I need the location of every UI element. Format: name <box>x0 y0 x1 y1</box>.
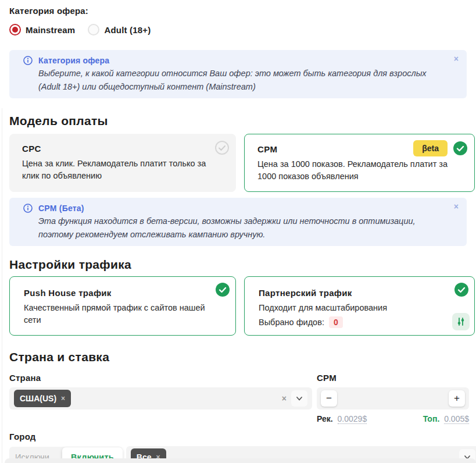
selected-feeds-count-badge: 0 <box>329 316 343 328</box>
push-house-card-title: Push House трафик <box>24 288 221 298</box>
close-icon[interactable]: × <box>454 55 459 63</box>
traffic-settings-heading: Настройки трафика <box>9 258 476 272</box>
info-box-title: Категория офера <box>38 56 109 65</box>
cpc-card-description: Цена за клик. Рекламодатель платит тольк… <box>22 158 223 182</box>
country-dropdown-button[interactable] <box>291 390 307 407</box>
info-box-text: Эта функция находится в бета-версии, воз… <box>23 215 443 241</box>
increase-rate-button[interactable]: + <box>449 390 465 407</box>
panel-left-border <box>2 108 2 463</box>
radio-adult-label[interactable]: Adult (18+) <box>104 25 151 35</box>
check-circle-outline-icon <box>215 141 229 155</box>
clear-icon[interactable]: × <box>282 394 287 403</box>
check-circle-filled-icon <box>454 283 468 297</box>
country-select-controls: × <box>282 390 307 407</box>
recommended-rate-value[interactable]: 0.0029$ <box>338 414 367 424</box>
recommended-rate-label: Рек. <box>317 414 333 423</box>
check-circle-filled-icon <box>216 283 230 297</box>
next-section-edge <box>5 458 476 463</box>
payment-model-heading: Модель оплаты <box>9 114 476 128</box>
radio-mainstream-label[interactable]: Mainstream <box>26 25 75 35</box>
close-icon[interactable]: × <box>454 202 459 211</box>
radio-mainstream[interactable]: Mainstream <box>9 24 75 35</box>
offer-category-info-box: Категория офера Выберите, к какой катего… <box>9 50 467 98</box>
feeds-filter-button[interactable] <box>452 313 470 330</box>
chevron-down-icon <box>295 394 303 403</box>
city-label: Город <box>9 432 476 441</box>
cpm-card[interactable]: CPM Цена за 1000 показов. Рекламодатель … <box>244 134 475 192</box>
push-house-card-description: Качественный прямой трафик с сайтов наше… <box>24 302 221 326</box>
selected-feeds-line: Выбрано фидов: 0 <box>259 316 460 328</box>
top-rate-label: Топ. <box>423 414 440 423</box>
partner-traffic-card[interactable]: Партнерский трафик Подходит для масштаби… <box>244 276 475 336</box>
info-icon <box>23 204 33 213</box>
info-box-text: Выберите, к какой категории относится Ва… <box>23 67 443 94</box>
payment-model-cards: CPC Цена за клик. Рекламодатель платит т… <box>9 134 476 192</box>
info-box-header: Категория офера <box>23 56 443 65</box>
country-tag: США(US) × <box>14 390 71 407</box>
radio-unselected-icon[interactable] <box>88 24 99 35</box>
info-icon <box>23 56 33 65</box>
partner-card-description: Подходит для масштабирования <box>259 302 460 314</box>
country-tag-label: США(US) <box>20 394 56 403</box>
campaign-settings-page: Категория офера: Mainstream Adult (18+) … <box>0 0 476 463</box>
remove-tag-icon[interactable]: × <box>61 394 65 403</box>
cpm-card-description: Цена за 1000 показов. Рекламодатель плат… <box>257 158 461 183</box>
traffic-settings-cards: Push House трафик Качественный прямой тр… <box>9 276 476 336</box>
recommended-rate: Рек. 0.0029$ <box>317 414 367 423</box>
info-box-header: CPM (Бета) <box>23 204 443 213</box>
radio-adult[interactable]: Adult (18+) <box>88 24 151 35</box>
cpc-card[interactable]: CPC Цена за клик. Рекламодатель платит т… <box>9 134 236 192</box>
info-box-title: CPM (Бета) <box>38 204 84 213</box>
check-circle-filled-icon <box>453 141 467 155</box>
top-rate: Топ. 0.005$ <box>423 414 469 423</box>
top-rate-value[interactable]: 0.005$ <box>444 414 469 424</box>
offer-category-label: Категория офера: <box>9 6 476 16</box>
beta-badge: βeta <box>413 140 448 156</box>
cpm-beta-info-box: CPM (Бета) Эта функция находится в бета-… <box>9 198 467 246</box>
country-select[interactable]: США(US) × × <box>9 387 312 409</box>
country-rate-row: Страна США(US) × × CPM − <box>9 373 476 423</box>
radio-selected-icon[interactable] <box>9 24 21 35</box>
country-rate-heading: Страна и ставка <box>9 350 476 364</box>
country-label: Страна <box>9 373 312 383</box>
cpm-rate-label: CPM <box>317 373 469 383</box>
sliders-icon <box>456 317 466 326</box>
rate-hints-row: Рек. 0.0029$ Топ. 0.005$ <box>317 414 469 423</box>
cpc-card-title: CPC <box>22 144 223 154</box>
country-column: Страна США(US) × × <box>9 373 312 423</box>
cpm-rate-stepper: − + <box>317 387 469 409</box>
partner-card-title: Партнерский трафик <box>259 288 460 298</box>
decrease-rate-button[interactable]: − <box>321 390 337 407</box>
selected-feeds-label: Выбрано фидов: <box>259 318 324 327</box>
offer-category-radio-group: Mainstream Adult (18+) <box>9 23 476 36</box>
push-house-traffic-card[interactable]: Push House трафик Качественный прямой тр… <box>9 276 236 336</box>
cpm-rate-column: CPM − + Рек. 0.0029$ Топ. 0.005$ <box>317 373 469 423</box>
